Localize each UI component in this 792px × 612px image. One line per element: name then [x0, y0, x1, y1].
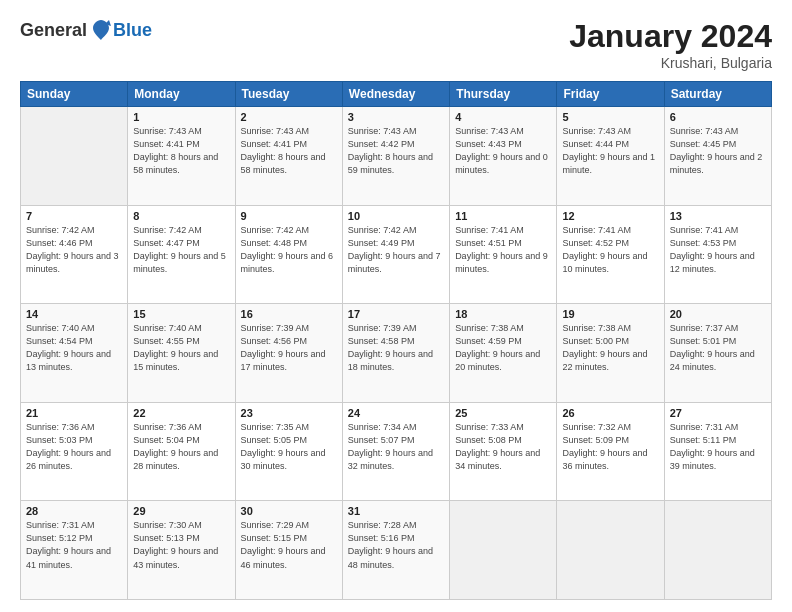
day-info: Sunrise: 7:36 AMSunset: 5:04 PMDaylight:…: [133, 421, 229, 473]
day-info: Sunrise: 7:43 AMSunset: 4:41 PMDaylight:…: [241, 125, 337, 177]
calendar-cell: 22Sunrise: 7:36 AMSunset: 5:04 PMDayligh…: [128, 402, 235, 501]
day-number: 14: [26, 308, 122, 320]
calendar-cell: [450, 501, 557, 600]
calendar-cell: [21, 107, 128, 206]
day-number: 15: [133, 308, 229, 320]
day-info: Sunrise: 7:32 AMSunset: 5:09 PMDaylight:…: [562, 421, 658, 473]
day-number: 30: [241, 505, 337, 517]
calendar-cell: 11Sunrise: 7:41 AMSunset: 4:51 PMDayligh…: [450, 205, 557, 304]
day-info: Sunrise: 7:38 AMSunset: 5:00 PMDaylight:…: [562, 322, 658, 374]
day-number: 19: [562, 308, 658, 320]
calendar-cell: 31Sunrise: 7:28 AMSunset: 5:16 PMDayligh…: [342, 501, 449, 600]
day-number: 21: [26, 407, 122, 419]
day-info: Sunrise: 7:43 AMSunset: 4:42 PMDaylight:…: [348, 125, 444, 177]
day-info: Sunrise: 7:38 AMSunset: 4:59 PMDaylight:…: [455, 322, 551, 374]
calendar-cell: 17Sunrise: 7:39 AMSunset: 4:58 PMDayligh…: [342, 304, 449, 403]
day-info: Sunrise: 7:41 AMSunset: 4:52 PMDaylight:…: [562, 224, 658, 276]
day-number: 11: [455, 210, 551, 222]
day-info: Sunrise: 7:33 AMSunset: 5:08 PMDaylight:…: [455, 421, 551, 473]
header-wednesday: Wednesday: [342, 82, 449, 107]
day-info: Sunrise: 7:29 AMSunset: 5:15 PMDaylight:…: [241, 519, 337, 571]
calendar-cell: [664, 501, 771, 600]
calendar-cell: 12Sunrise: 7:41 AMSunset: 4:52 PMDayligh…: [557, 205, 664, 304]
day-info: Sunrise: 7:42 AMSunset: 4:48 PMDaylight:…: [241, 224, 337, 276]
logo-icon: [89, 18, 113, 42]
day-info: Sunrise: 7:34 AMSunset: 5:07 PMDaylight:…: [348, 421, 444, 473]
header-monday: Monday: [128, 82, 235, 107]
calendar-cell: 27Sunrise: 7:31 AMSunset: 5:11 PMDayligh…: [664, 402, 771, 501]
day-info: Sunrise: 7:30 AMSunset: 5:13 PMDaylight:…: [133, 519, 229, 571]
calendar-cell: 2Sunrise: 7:43 AMSunset: 4:41 PMDaylight…: [235, 107, 342, 206]
day-info: Sunrise: 7:40 AMSunset: 4:55 PMDaylight:…: [133, 322, 229, 374]
calendar-week-row: 1Sunrise: 7:43 AMSunset: 4:41 PMDaylight…: [21, 107, 772, 206]
day-number: 31: [348, 505, 444, 517]
calendar-cell: 7Sunrise: 7:42 AMSunset: 4:46 PMDaylight…: [21, 205, 128, 304]
day-info: Sunrise: 7:42 AMSunset: 4:47 PMDaylight:…: [133, 224, 229, 276]
day-number: 20: [670, 308, 766, 320]
day-info: Sunrise: 7:39 AMSunset: 4:58 PMDaylight:…: [348, 322, 444, 374]
day-info: Sunrise: 7:35 AMSunset: 5:05 PMDaylight:…: [241, 421, 337, 473]
calendar-page: General Blue January 2024 Krushari, Bulg…: [0, 0, 792, 612]
day-info: Sunrise: 7:31 AMSunset: 5:12 PMDaylight:…: [26, 519, 122, 571]
calendar-cell: 28Sunrise: 7:31 AMSunset: 5:12 PMDayligh…: [21, 501, 128, 600]
header: General Blue January 2024 Krushari, Bulg…: [20, 18, 772, 71]
calendar-cell: 1Sunrise: 7:43 AMSunset: 4:41 PMDaylight…: [128, 107, 235, 206]
location: Krushari, Bulgaria: [569, 55, 772, 71]
calendar-week-row: 21Sunrise: 7:36 AMSunset: 5:03 PMDayligh…: [21, 402, 772, 501]
calendar-cell: 21Sunrise: 7:36 AMSunset: 5:03 PMDayligh…: [21, 402, 128, 501]
header-thursday: Thursday: [450, 82, 557, 107]
day-number: 8: [133, 210, 229, 222]
calendar-cell: 5Sunrise: 7:43 AMSunset: 4:44 PMDaylight…: [557, 107, 664, 206]
day-number: 7: [26, 210, 122, 222]
calendar-cell: 16Sunrise: 7:39 AMSunset: 4:56 PMDayligh…: [235, 304, 342, 403]
day-number: 25: [455, 407, 551, 419]
calendar-cell: 9Sunrise: 7:42 AMSunset: 4:48 PMDaylight…: [235, 205, 342, 304]
day-number: 22: [133, 407, 229, 419]
calendar-cell: 13Sunrise: 7:41 AMSunset: 4:53 PMDayligh…: [664, 205, 771, 304]
day-number: 2: [241, 111, 337, 123]
day-number: 24: [348, 407, 444, 419]
day-number: 23: [241, 407, 337, 419]
calendar-cell: 6Sunrise: 7:43 AMSunset: 4:45 PMDaylight…: [664, 107, 771, 206]
day-info: Sunrise: 7:42 AMSunset: 4:49 PMDaylight:…: [348, 224, 444, 276]
day-info: Sunrise: 7:43 AMSunset: 4:41 PMDaylight:…: [133, 125, 229, 177]
calendar-cell: [557, 501, 664, 600]
day-info: Sunrise: 7:36 AMSunset: 5:03 PMDaylight:…: [26, 421, 122, 473]
day-info: Sunrise: 7:28 AMSunset: 5:16 PMDaylight:…: [348, 519, 444, 571]
day-info: Sunrise: 7:43 AMSunset: 4:45 PMDaylight:…: [670, 125, 766, 177]
logo-general-text: General: [20, 20, 87, 41]
day-info: Sunrise: 7:31 AMSunset: 5:11 PMDaylight:…: [670, 421, 766, 473]
month-title: January 2024: [569, 18, 772, 55]
header-saturday: Saturday: [664, 82, 771, 107]
day-info: Sunrise: 7:41 AMSunset: 4:53 PMDaylight:…: [670, 224, 766, 276]
calendar-cell: 26Sunrise: 7:32 AMSunset: 5:09 PMDayligh…: [557, 402, 664, 501]
day-number: 26: [562, 407, 658, 419]
title-section: January 2024 Krushari, Bulgaria: [569, 18, 772, 71]
calendar-cell: 14Sunrise: 7:40 AMSunset: 4:54 PMDayligh…: [21, 304, 128, 403]
day-number: 18: [455, 308, 551, 320]
day-number: 13: [670, 210, 766, 222]
calendar-cell: 18Sunrise: 7:38 AMSunset: 4:59 PMDayligh…: [450, 304, 557, 403]
calendar-cell: 29Sunrise: 7:30 AMSunset: 5:13 PMDayligh…: [128, 501, 235, 600]
calendar-cell: 20Sunrise: 7:37 AMSunset: 5:01 PMDayligh…: [664, 304, 771, 403]
day-number: 4: [455, 111, 551, 123]
day-number: 9: [241, 210, 337, 222]
day-number: 28: [26, 505, 122, 517]
calendar-week-row: 7Sunrise: 7:42 AMSunset: 4:46 PMDaylight…: [21, 205, 772, 304]
calendar-cell: 8Sunrise: 7:42 AMSunset: 4:47 PMDaylight…: [128, 205, 235, 304]
calendar-cell: 3Sunrise: 7:43 AMSunset: 4:42 PMDaylight…: [342, 107, 449, 206]
day-info: Sunrise: 7:43 AMSunset: 4:44 PMDaylight:…: [562, 125, 658, 177]
calendar-cell: 4Sunrise: 7:43 AMSunset: 4:43 PMDaylight…: [450, 107, 557, 206]
day-number: 16: [241, 308, 337, 320]
logo-blue-text: Blue: [113, 20, 152, 41]
header-sunday: Sunday: [21, 82, 128, 107]
calendar-cell: 30Sunrise: 7:29 AMSunset: 5:15 PMDayligh…: [235, 501, 342, 600]
day-info: Sunrise: 7:40 AMSunset: 4:54 PMDaylight:…: [26, 322, 122, 374]
day-info: Sunrise: 7:42 AMSunset: 4:46 PMDaylight:…: [26, 224, 122, 276]
day-number: 5: [562, 111, 658, 123]
day-number: 12: [562, 210, 658, 222]
day-number: 3: [348, 111, 444, 123]
day-info: Sunrise: 7:43 AMSunset: 4:43 PMDaylight:…: [455, 125, 551, 177]
day-number: 6: [670, 111, 766, 123]
day-number: 17: [348, 308, 444, 320]
